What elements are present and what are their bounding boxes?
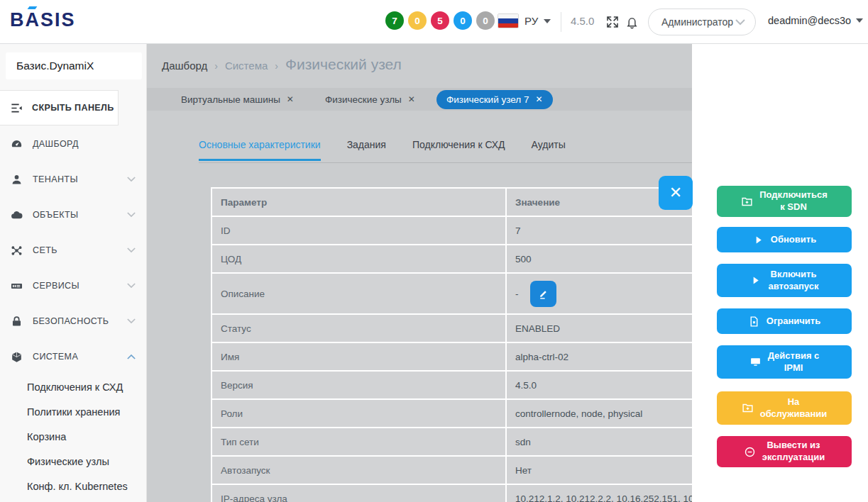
header-divider xyxy=(561,12,561,32)
tab-label: Физический узел 7 xyxy=(446,94,529,105)
security-icon xyxy=(10,315,23,328)
chevron-down-icon xyxy=(127,247,136,253)
detail-tabs: Основные характеристики Задания Подключе… xyxy=(199,139,566,161)
close-icon[interactable]: ✕ xyxy=(535,94,542,104)
button-label: На обслуживании xyxy=(760,396,828,420)
folder-plus-icon xyxy=(741,196,753,208)
sidebar-item-network[interactable]: СЕТЬ xyxy=(0,233,147,268)
sidebar-item-label: ТЕНАНТЫ xyxy=(33,174,78,184)
sidebar-item-services[interactable]: СЕРВИСЫ xyxy=(0,268,147,303)
sidebar-subitem-physical-nodes[interactable]: Физические узлы xyxy=(0,449,147,474)
tab-main-characteristics[interactable]: Основные характеристики xyxy=(199,139,321,161)
column-header-param: Параметр xyxy=(212,189,507,216)
chevron-down-icon xyxy=(127,212,136,218)
chevron-down-icon xyxy=(544,19,551,23)
sidebar-item-label: СЕТЬ xyxy=(33,245,57,255)
tab-storage-connections[interactable]: Подключения к СХД xyxy=(412,139,505,161)
tenants-icon xyxy=(10,173,23,186)
restrict-button[interactable]: Ограничить xyxy=(717,308,852,334)
system-icon xyxy=(10,350,23,364)
sidebar-item-system[interactable]: СИСТЕМА xyxy=(0,339,147,374)
sidebar-item-security[interactable]: БЕЗОПАСНОСТЬ xyxy=(0,303,147,339)
sidebar-subitem-storage-connections[interactable]: Подключения к СХД xyxy=(0,374,147,399)
sidebar-item-label: СИСТЕМА xyxy=(33,352,78,362)
dashboard-icon xyxy=(10,138,23,151)
badge-success[interactable]: 7 xyxy=(385,11,404,30)
tab-label: Виртуальные машины xyxy=(181,94,280,105)
tab-tasks[interactable]: Задания xyxy=(347,139,386,161)
button-label: Подключиться к SDN xyxy=(759,189,828,213)
monitor-icon xyxy=(749,356,762,368)
sidebar-subitem-recycle-bin[interactable]: Корзина xyxy=(0,424,147,449)
connect-to-sdn-button[interactable]: Подключиться к SDN xyxy=(717,186,852,217)
workspace-tab-physical-node-7[interactable]: Физический узел 7 ✕ xyxy=(436,90,553,109)
hide-panel-button[interactable]: СКРЫТЬ ПАНЕЛЬ xyxy=(0,90,119,126)
enable-autostart-button[interactable]: Включить автозапуск xyxy=(717,264,852,297)
refresh-button[interactable]: Обновить xyxy=(717,227,852,252)
app-window: BASIS 7 0 5 0 0 РУ 4.5.0 xyxy=(0,0,868,502)
services-icon xyxy=(10,279,23,293)
button-label: Обновить xyxy=(771,234,816,246)
system-submenu: Подключения к СХД Политики хранения Корз… xyxy=(0,374,147,498)
sidebar-item-objects[interactable]: ОБЪЕКТЫ xyxy=(0,197,147,233)
workspace-tab-physical-nodes[interactable]: Физические узлы ✕ xyxy=(325,94,415,105)
chevron-down-icon xyxy=(735,19,745,26)
chevron-up-icon xyxy=(127,354,136,359)
top-header: BASIS 7 0 5 0 0 РУ 4.5.0 xyxy=(0,0,868,44)
role-selector[interactable]: Администратор xyxy=(648,9,756,35)
collapse-panel-icon xyxy=(10,101,23,115)
breadcrumb-system[interactable]: Система xyxy=(225,60,268,72)
chevron-down-icon xyxy=(127,177,136,182)
badge-info[interactable]: 0 xyxy=(454,11,472,30)
sidebar-subitem-storage-policies[interactable]: Политики хранения xyxy=(0,399,147,424)
language-label: РУ xyxy=(524,15,538,27)
sidebar-item-dashboard[interactable]: ДАШБОРД xyxy=(0,126,147,162)
russia-flag-icon xyxy=(498,13,519,28)
ipmi-actions-button[interactable]: Действия с IPMI xyxy=(717,345,852,379)
folder-plus-icon xyxy=(742,402,754,414)
sidebar-item-tenants[interactable]: ТЕНАНТЫ xyxy=(0,162,147,197)
description-value: - xyxy=(515,289,519,299)
objects-icon xyxy=(10,208,23,222)
close-panel-button[interactable]: ✕ xyxy=(659,176,693,210)
chevron-down-icon xyxy=(127,318,136,324)
edit-description-button[interactable] xyxy=(530,281,556,307)
close-icon[interactable]: ✕ xyxy=(287,94,294,104)
sidebar: Базис.DynamiX СКРЫТЬ ПАНЕЛЬ ДАШБОРД ТЕН xyxy=(0,44,147,502)
sidebar-subitem-kubernetes-config[interactable]: Конф. кл. Kubernetes xyxy=(0,474,147,498)
language-selector[interactable]: РУ xyxy=(498,13,551,28)
chevron-down-icon xyxy=(856,18,863,23)
sidebar-item-label: ОБЪЕКТЫ xyxy=(33,210,79,220)
actions-panel: Подключиться к SDN Обновить Включить авт… xyxy=(692,44,868,502)
button-label: Ограничить xyxy=(767,316,820,328)
decommission-button[interactable]: Вывести из эксплуатации xyxy=(717,436,852,467)
product-name: Базис.DynamiX xyxy=(6,52,142,79)
bell-icon[interactable] xyxy=(625,14,639,30)
basis-logo[interactable]: BASIS xyxy=(10,9,76,31)
network-icon xyxy=(10,244,23,257)
page-title: Физический узел xyxy=(285,56,402,73)
button-label: Включить автозапуск xyxy=(768,269,818,293)
hide-panel-label: СКРЫТЬ ПАНЕЛЬ xyxy=(32,103,114,113)
play-icon xyxy=(752,234,764,246)
breadcrumb-separator: › xyxy=(275,60,278,72)
maintenance-button[interactable]: На обслуживании xyxy=(717,391,852,425)
logo-accent xyxy=(27,6,37,9)
workspace-tab-virtual-machines[interactable]: Виртуальные машины ✕ xyxy=(181,94,294,105)
sidebar-item-label: ДАШБОРД xyxy=(33,139,79,149)
badge-error[interactable]: 5 xyxy=(431,11,449,30)
tab-audits[interactable]: Аудиты xyxy=(532,139,566,161)
button-label: Действия с IPMI xyxy=(768,350,820,374)
close-icon[interactable]: ✕ xyxy=(408,94,415,104)
user-menu[interactable]: deadmin@decs3o xyxy=(768,15,863,26)
user-email: deadmin@decs3o xyxy=(768,15,851,26)
pencil-icon xyxy=(537,288,549,300)
fullscreen-icon[interactable] xyxy=(605,14,620,30)
sidebar-menu: ДАШБОРД ТЕНАНТЫ ОБЪЕКТЫ xyxy=(0,126,147,498)
sidebar-item-label: БЕЗОПАСНОСТЬ xyxy=(33,316,109,326)
badge-warning[interactable]: 0 xyxy=(408,11,427,30)
breadcrumb-dashboard[interactable]: Дашборд xyxy=(162,60,207,72)
breadcrumb: Дашборд › Система › Физический узел xyxy=(162,56,402,73)
badge-neutral[interactable]: 0 xyxy=(476,11,495,30)
circle-minus-icon xyxy=(744,446,756,458)
